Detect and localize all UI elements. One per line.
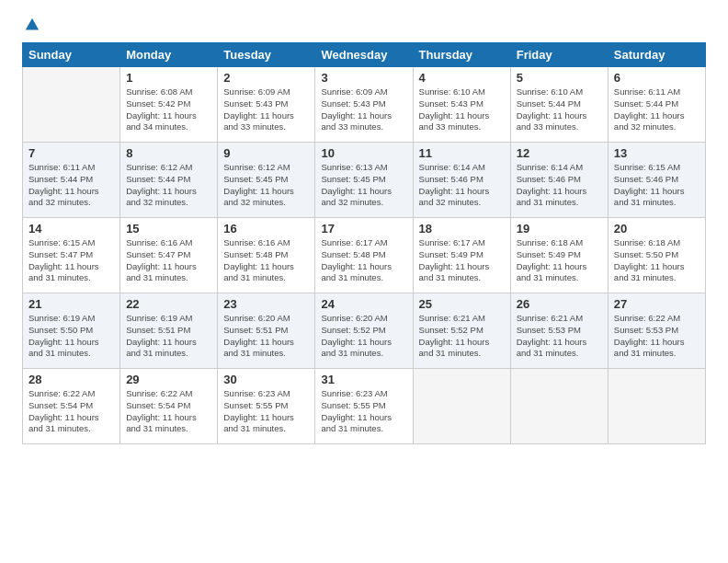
day-number: 6 — [614, 71, 700, 85]
calendar-cell: 28Sunrise: 6:22 AM Sunset: 5:54 PM Dayli… — [23, 369, 120, 444]
calendar-cell: 27Sunrise: 6:22 AM Sunset: 5:53 PM Dayli… — [608, 293, 705, 369]
day-number: 27 — [614, 297, 700, 311]
calendar-cell: 13Sunrise: 6:15 AM Sunset: 5:46 PM Dayli… — [608, 143, 705, 218]
day-number: 28 — [28, 373, 114, 386]
calendar-cell: 4Sunrise: 6:10 AM Sunset: 5:43 PM Daylig… — [413, 67, 510, 143]
day-number: 19 — [517, 222, 602, 236]
day-number: 17 — [321, 222, 406, 236]
calendar-header-row: SundayMondayTuesdayWednesdayThursdayFrid… — [23, 43, 706, 67]
day-number: 31 — [321, 373, 406, 386]
day-info: Sunrise: 6:19 AM Sunset: 5:51 PM Dayligh… — [126, 313, 211, 360]
day-info: Sunrise: 6:12 AM Sunset: 5:44 PM Dayligh… — [126, 162, 211, 209]
calendar-cell: 12Sunrise: 6:14 AM Sunset: 5:46 PM Dayli… — [510, 143, 608, 218]
day-info: Sunrise: 6:08 AM Sunset: 5:42 PM Dayligh… — [126, 86, 211, 133]
day-number: 23 — [223, 297, 309, 311]
calendar-cell: 17Sunrise: 6:17 AM Sunset: 5:48 PM Dayli… — [315, 218, 413, 293]
day-info: Sunrise: 6:16 AM Sunset: 5:48 PM Dayligh… — [223, 237, 309, 284]
calendar-week-4: 21Sunrise: 6:19 AM Sunset: 5:50 PM Dayli… — [23, 293, 706, 369]
logo-icon — [24, 17, 40, 33]
day-info: Sunrise: 6:21 AM Sunset: 5:52 PM Dayligh… — [419, 313, 505, 360]
calendar-week-1: 1Sunrise: 6:08 AM Sunset: 5:42 PM Daylig… — [23, 67, 706, 143]
calendar-header-monday: Monday — [120, 43, 218, 67]
day-number: 8 — [126, 146, 211, 160]
day-number: 13 — [614, 146, 700, 160]
day-number: 10 — [321, 146, 406, 160]
calendar-cell — [510, 369, 608, 444]
calendar-header-saturday: Saturday — [608, 43, 705, 67]
calendar-cell — [608, 369, 705, 444]
day-info: Sunrise: 6:09 AM Sunset: 5:43 PM Dayligh… — [223, 86, 309, 133]
calendar-cell: 11Sunrise: 6:14 AM Sunset: 5:46 PM Dayli… — [413, 143, 510, 218]
day-info: Sunrise: 6:20 AM Sunset: 5:52 PM Dayligh… — [321, 313, 406, 360]
calendar-cell: 7Sunrise: 6:11 AM Sunset: 5:44 PM Daylig… — [23, 143, 120, 218]
day-info: Sunrise: 6:18 AM Sunset: 5:49 PM Dayligh… — [517, 237, 602, 284]
calendar-cell: 6Sunrise: 6:11 AM Sunset: 5:44 PM Daylig… — [608, 67, 705, 143]
day-info: Sunrise: 6:22 AM Sunset: 5:54 PM Dayligh… — [28, 388, 114, 435]
day-number: 1 — [126, 71, 211, 85]
day-info: Sunrise: 6:23 AM Sunset: 5:55 PM Dayligh… — [321, 388, 406, 435]
day-number: 29 — [126, 373, 211, 386]
calendar-cell: 31Sunrise: 6:23 AM Sunset: 5:55 PM Dayli… — [315, 369, 413, 444]
calendar-week-3: 14Sunrise: 6:15 AM Sunset: 5:47 PM Dayli… — [23, 218, 706, 293]
day-number: 3 — [321, 71, 406, 85]
calendar-cell: 2Sunrise: 6:09 AM Sunset: 5:43 PM Daylig… — [218, 67, 315, 143]
day-info: Sunrise: 6:17 AM Sunset: 5:48 PM Dayligh… — [321, 237, 406, 284]
day-info: Sunrise: 6:22 AM Sunset: 5:54 PM Dayligh… — [126, 388, 211, 435]
day-number: 9 — [223, 146, 309, 160]
day-number: 26 — [517, 297, 602, 311]
day-number: 5 — [517, 71, 602, 85]
calendar-week-2: 7Sunrise: 6:11 AM Sunset: 5:44 PM Daylig… — [23, 143, 706, 218]
day-info: Sunrise: 6:11 AM Sunset: 5:44 PM Dayligh… — [614, 86, 700, 133]
calendar-cell: 10Sunrise: 6:13 AM Sunset: 5:45 PM Dayli… — [315, 143, 413, 218]
calendar-cell: 22Sunrise: 6:19 AM Sunset: 5:51 PM Dayli… — [120, 293, 218, 369]
day-info: Sunrise: 6:11 AM Sunset: 5:44 PM Dayligh… — [28, 162, 114, 209]
day-number: 16 — [223, 222, 309, 236]
day-number: 15 — [126, 222, 211, 236]
day-info: Sunrise: 6:15 AM Sunset: 5:47 PM Dayligh… — [28, 237, 114, 284]
day-number: 20 — [614, 222, 700, 236]
calendar-cell: 15Sunrise: 6:16 AM Sunset: 5:47 PM Dayli… — [120, 218, 218, 293]
calendar-cell: 8Sunrise: 6:12 AM Sunset: 5:44 PM Daylig… — [120, 143, 218, 218]
day-number: 2 — [223, 71, 309, 85]
day-number: 14 — [28, 222, 114, 236]
calendar-cell: 9Sunrise: 6:12 AM Sunset: 5:45 PM Daylig… — [218, 143, 315, 218]
calendar-cell — [413, 369, 510, 444]
day-number: 7 — [28, 146, 114, 160]
calendar-cell: 3Sunrise: 6:09 AM Sunset: 5:43 PM Daylig… — [315, 67, 413, 143]
day-number: 30 — [223, 373, 309, 386]
day-number: 4 — [419, 71, 505, 85]
day-number: 21 — [28, 297, 114, 311]
calendar-cell: 30Sunrise: 6:23 AM Sunset: 5:55 PM Dayli… — [218, 369, 315, 444]
day-info: Sunrise: 6:14 AM Sunset: 5:46 PM Dayligh… — [419, 162, 505, 209]
calendar-header-tuesday: Tuesday — [218, 43, 315, 67]
day-info: Sunrise: 6:10 AM Sunset: 5:44 PM Dayligh… — [517, 86, 602, 133]
calendar-cell: 5Sunrise: 6:10 AM Sunset: 5:44 PM Daylig… — [510, 67, 608, 143]
day-info: Sunrise: 6:16 AM Sunset: 5:47 PM Dayligh… — [126, 237, 211, 284]
day-number: 11 — [419, 146, 505, 160]
calendar-week-5: 28Sunrise: 6:22 AM Sunset: 5:54 PM Dayli… — [23, 369, 706, 444]
day-number: 12 — [517, 146, 602, 160]
day-info: Sunrise: 6:18 AM Sunset: 5:50 PM Dayligh… — [614, 237, 700, 284]
day-number: 25 — [419, 297, 505, 311]
calendar-cell: 18Sunrise: 6:17 AM Sunset: 5:49 PM Dayli… — [413, 218, 510, 293]
calendar-cell: 20Sunrise: 6:18 AM Sunset: 5:50 PM Dayli… — [608, 218, 705, 293]
day-number: 22 — [126, 297, 211, 311]
day-info: Sunrise: 6:21 AM Sunset: 5:53 PM Dayligh… — [517, 313, 602, 360]
day-info: Sunrise: 6:12 AM Sunset: 5:45 PM Dayligh… — [223, 162, 309, 209]
day-number: 18 — [419, 222, 505, 236]
day-info: Sunrise: 6:20 AM Sunset: 5:51 PM Dayligh… — [223, 313, 309, 360]
day-info: Sunrise: 6:23 AM Sunset: 5:55 PM Dayligh… — [223, 388, 309, 435]
calendar: SundayMondayTuesdayWednesdayThursdayFrid… — [22, 42, 706, 444]
day-info: Sunrise: 6:13 AM Sunset: 5:45 PM Dayligh… — [321, 162, 406, 209]
calendar-cell: 1Sunrise: 6:08 AM Sunset: 5:42 PM Daylig… — [120, 67, 218, 143]
calendar-cell: 19Sunrise: 6:18 AM Sunset: 5:49 PM Dayli… — [510, 218, 608, 293]
logo — [22, 17, 40, 33]
calendar-cell: 24Sunrise: 6:20 AM Sunset: 5:52 PM Dayli… — [315, 293, 413, 369]
day-info: Sunrise: 6:19 AM Sunset: 5:50 PM Dayligh… — [28, 313, 114, 360]
calendar-header-wednesday: Wednesday — [315, 43, 413, 67]
day-info: Sunrise: 6:14 AM Sunset: 5:46 PM Dayligh… — [517, 162, 602, 209]
header — [22, 17, 706, 33]
day-info: Sunrise: 6:15 AM Sunset: 5:46 PM Dayligh… — [614, 162, 700, 209]
calendar-header-friday: Friday — [510, 43, 608, 67]
calendar-cell: 16Sunrise: 6:16 AM Sunset: 5:48 PM Dayli… — [218, 218, 315, 293]
